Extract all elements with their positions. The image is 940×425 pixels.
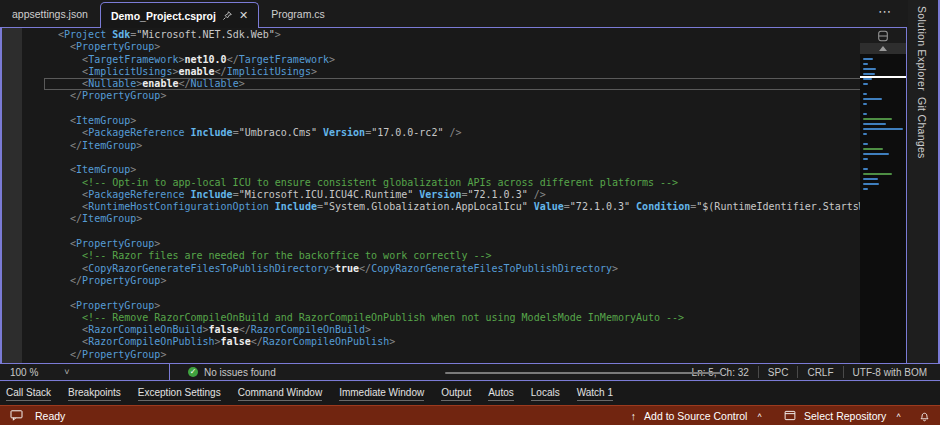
editor-status-row: 100 % ˅ ✓ No issues found Ln: 5, Ch: 32 … [0,363,940,381]
minimap-line [863,93,867,95]
minimap-line [863,103,867,105]
encoding[interactable]: UTF-8 with BOM [843,366,936,378]
minimap-line [863,98,882,100]
panel-tab-autos[interactable]: Autos [488,387,514,401]
code-line[interactable]: <PropertyGroup> [58,41,864,53]
code-line[interactable]: <!-- Remove RazorCompileOnBuild and Razo… [58,312,864,324]
document-tab-bar: appsettings.json Demo_Project.csproj ✕ P… [0,0,906,28]
code-line[interactable]: </PropertyGroup> [58,90,864,102]
zoom-level: 100 % [10,367,38,378]
code-line[interactable]: <ItemGroup> [58,115,864,127]
tab-label: Program.cs [271,8,325,20]
minimap-line [863,173,892,175]
code-line[interactable]: </PropertyGroup> [58,275,864,287]
chevron-up-icon[interactable]: ˄ [896,411,901,420]
repository-icon [784,410,796,421]
tab-demo-project-csproj[interactable]: Demo_Project.csproj ✕ [100,2,259,28]
horizontal-scrollbar[interactable] [445,372,722,374]
panel-tab-immediate-window[interactable]: Immediate Window [339,387,424,401]
panel-tab-command-window[interactable]: Command Window [238,387,322,401]
select-repository-button[interactable]: Select Repository [804,410,886,422]
code-line[interactable]: <!-- Opt-in to app-local ICU to ensure c… [58,177,864,189]
minimap-line [863,138,906,140]
panel-tab-exception-settings[interactable]: Exception Settings [138,387,221,401]
code-line[interactable]: <RuntimeHostConfigurationOption Include=… [58,201,864,213]
panel-tab-call-stack[interactable]: Call Stack [6,387,51,401]
minimap-line [863,63,868,65]
code-line[interactable] [58,287,864,299]
bell-icon[interactable] [919,410,930,422]
minimap-line [863,88,906,90]
code-line[interactable]: <RazorCompileOnPublish>false</RazorCompi… [58,336,864,348]
minimap-line [863,123,886,125]
split-window-icon[interactable] [860,28,906,43]
panel-tab-locals[interactable]: Locals [531,387,560,401]
code-line[interactable]: <Nullable>enable</Nullable> [44,78,864,90]
panel-tab-breakpoints[interactable]: Breakpoints [68,387,121,401]
minimap-line [863,158,868,160]
code-line[interactable]: <ItemGroup> [58,164,864,176]
tab-label: appsettings.json [12,8,88,20]
issues-indicator[interactable]: ✓ No issues found [188,367,276,378]
line-ending[interactable]: CRLF [797,366,842,378]
editor-group: <Project Sdk="Microsoft.NET.Sdk.Web"> <P… [2,28,906,363]
chevron-down-icon: ˅ [64,367,69,377]
panel-tab-output[interactable]: Output [441,387,471,401]
minimap-line [863,78,872,80]
code-editor[interactable]: <Project Sdk="Microsoft.NET.Sdk.Web"> <P… [22,28,864,363]
indent-mode[interactable]: SPC [758,366,798,378]
panel-tab-watch-1[interactable]: Watch 1 [577,387,613,401]
code-line[interactable]: <RazorCompileOnBuild>false</RazorCompile… [58,324,864,336]
minimap-content[interactable] [860,54,906,363]
vs-window: appsettings.json Demo_Project.csproj ✕ P… [0,0,940,425]
code-line[interactable]: <!-- Razor files are needed for the back… [58,250,864,262]
code-line[interactable]: </ItemGroup> [58,140,864,152]
minimap-line [863,68,876,70]
scrollbar-up-arrow[interactable] [860,43,906,54]
minimap-line [863,118,892,120]
add-to-source-control-button[interactable]: Add to Source Control [644,410,747,422]
sidebar-tab-solution-explorer[interactable]: Solution Explorer [916,6,928,91]
minimap-line [863,183,879,185]
focus-border-minimap [906,27,907,363]
minimap-line [863,148,883,150]
up-triangle-icon [879,46,887,51]
minimap-line [863,83,868,85]
zoom-control[interactable]: 100 % ˅ [0,364,170,380]
status-bar-right: ↑ Add to Source Control ˄ Select Reposit… [631,410,930,422]
minimap-line [863,73,875,75]
code-line[interactable]: <PackageReference Include="Umbraco.Cms" … [58,127,864,139]
code-line[interactable] [58,103,864,115]
tab-label: Demo_Project.csproj [111,10,216,22]
pin-icon[interactable] [222,10,233,21]
minimap-line [863,113,867,115]
up-arrow-icon: ↑ [631,410,636,422]
close-icon[interactable]: ✕ [239,9,248,22]
code-line[interactable] [58,226,864,238]
code-line[interactable]: <ImplicitUsings>enable</ImplicitUsings> [58,66,864,78]
right-tool-strip: Solution Explorer Git Changes [908,0,938,363]
minimap-line [863,153,889,155]
feedback-icon[interactable] [10,410,23,421]
code-line[interactable]: <Project Sdk="Microsoft.NET.Sdk.Web"> [58,29,864,41]
tab-overflow-icon[interactable]: ⋯ [878,4,892,19]
minimap-line [863,163,906,165]
chevron-up-icon[interactable]: ˄ [757,411,762,420]
code-line[interactable]: <PropertyGroup> [58,238,864,250]
sidebar-tab-git-changes[interactable]: Git Changes [916,97,928,159]
status-bar-left: Ready [10,410,65,422]
code-line[interactable]: <PackageReference Include="Microsoft.ICU… [58,189,864,201]
code-line[interactable]: <PropertyGroup> [58,300,864,312]
minimap-line [863,108,906,110]
minimap[interactable] [860,28,906,363]
minimap-line [863,178,878,180]
code-line[interactable]: <TargetFramework>net10.0</TargetFramewor… [58,54,864,66]
code-line[interactable]: </ItemGroup> [58,213,864,225]
minimap-line [863,188,868,190]
tab-appsettings-json[interactable]: appsettings.json [0,2,100,26]
code-line[interactable]: </PropertyGroup> [58,349,864,361]
tab-program-cs[interactable]: Program.cs [259,2,337,26]
code-line[interactable] [58,152,864,164]
breakpoint-gutter[interactable] [2,28,22,363]
code-line[interactable]: <CopyRazorGenerateFilesToPublishDirector… [58,263,864,275]
